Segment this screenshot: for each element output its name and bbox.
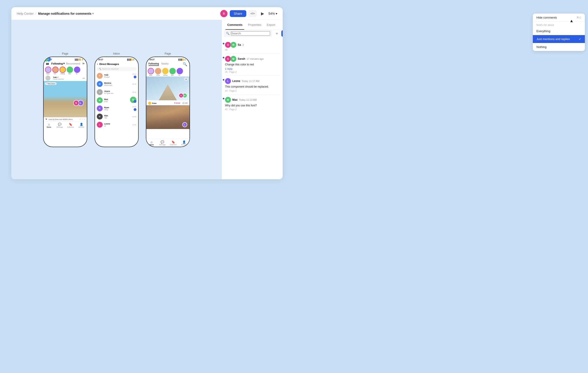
filter-icons: ≡ ⇅	[274, 30, 283, 37]
comment-reply[interactable]: 1 reply	[225, 67, 280, 70]
chevron-down-icon: ▾	[92, 12, 94, 15]
dm-info: Max lmao	[104, 98, 131, 102]
search-icon[interactable]: 🔍	[183, 62, 187, 66]
dm-avatar: H	[97, 114, 103, 120]
nav-collection-3[interactable]: 🔖 Collection	[169, 140, 177, 145]
following-btn[interactable]: Following ▾	[51, 62, 65, 65]
s-avatar: S	[179, 93, 184, 98]
dm-info: Leone ok	[104, 123, 131, 127]
app-window: Help Center / Manage notifications for c…	[11, 7, 283, 179]
message-icon: 💬	[161, 140, 164, 144]
panel-tabs: Comments Properties Export	[222, 20, 283, 30]
dm-info: Ryan Okay.	[104, 106, 131, 111]
dm-item-leone[interactable]: L Leone ok 10:20	[95, 121, 138, 129]
comment-item-max: M Max Today 11:13 AM Why did you use thi…	[222, 95, 283, 113]
nav-account[interactable]: 👤 Account	[77, 123, 85, 128]
nav-account-3[interactable]: 👤 Account	[180, 140, 188, 145]
phone2-label: Inbox	[113, 52, 120, 55]
comment-header: L Leone Today 11:17 AM	[225, 78, 280, 84]
dm-info: Joyce It's quite fun.	[104, 90, 131, 94]
status-bar-3: 19:27 ▐▐▐📶🔋	[146, 57, 189, 61]
comment-text: This component should be replaced.	[225, 85, 280, 89]
back-icon[interactable]: ‹	[97, 63, 98, 66]
share-button[interactable]: Share	[230, 10, 246, 17]
breadcrumb-title[interactable]: Manage notifications for comments ▾	[38, 12, 94, 15]
nav-home[interactable]: ⌂ Home	[45, 123, 53, 128]
zoom-control[interactable]: 54% ▾	[268, 12, 277, 15]
camera-icon: 📷	[46, 62, 49, 65]
phone-2: 19:27 ▐▐▐📶🔋 ‹ Direct Messages 🔍 Search f…	[94, 56, 139, 147]
sm-overlap-avatars: S M	[179, 93, 187, 98]
code-button[interactable]: </>	[249, 10, 257, 17]
header: Help Center / Manage notifications for c…	[11, 7, 283, 20]
comment-avatar-leone: L	[225, 78, 231, 84]
collection-icon: 🔖	[171, 140, 175, 144]
nav-tabs: Following Nearby	[148, 63, 169, 66]
nearby-tab[interactable]: Nearby	[161, 63, 168, 66]
post-image-1: S M •••	[146, 77, 189, 100]
story-item[interactable]: Ryan	[45, 66, 51, 75]
dm-badge: 2	[134, 100, 136, 103]
home-icon: ⌂	[151, 140, 152, 144]
tab-export[interactable]: Export	[265, 20, 277, 30]
comment-header: M Max Today 11:13 AM	[225, 97, 280, 103]
dm-badge: 1	[134, 108, 136, 111]
dm-item-joyce[interactable]: J Joyce It's quite fun. 09:41 M	[95, 88, 138, 96]
dm-item-max[interactable]: M Max lmao 09:43 2	[95, 96, 138, 104]
body: Page 19:27 ▐▐▐ 📶 🔋 📷	[11, 20, 283, 179]
following-tab[interactable]: Following	[148, 63, 159, 66]
dm-item-yuki[interactable]: Y Yuki Really? 09:22 3	[95, 72, 138, 80]
chevron-down-icon: ▾	[276, 12, 277, 15]
story-item[interactable]: Max	[67, 66, 73, 75]
phone-3: 19:27 ▐▐▐📶🔋 Following Nearby 🔍	[146, 56, 190, 147]
nav-message-3[interactable]: 💬 Message	[158, 140, 167, 145]
more-icon[interactable]: •••	[83, 77, 85, 79]
play-button[interactable]: ▶	[259, 10, 266, 17]
comment-dot	[223, 98, 224, 99]
comment-dot	[223, 43, 224, 44]
location-badge: 📍Maro Beach	[45, 82, 57, 85]
dm-item-ryan[interactable]: R Ryan Okay. 09:57 1	[95, 104, 138, 112]
sort-button[interactable]: ⇅	[281, 30, 283, 37]
dm-item-han[interactable]: H Han Yep. 09:58	[95, 112, 138, 121]
tab-properties[interactable]: Properties	[246, 20, 263, 30]
status-icons-2: ▐▐▐📶🔋	[126, 59, 135, 61]
nav-home-3[interactable]: ⌂ Home	[147, 140, 156, 145]
pulin-row: Pulin ❤ 66.8K 💬 256	[146, 101, 189, 105]
search-input[interactable]	[231, 31, 270, 35]
message-icon: 💬	[58, 123, 62, 126]
comment-icon: ○	[84, 118, 85, 120]
dm-search[interactable]: 🔍 Search for keywords	[97, 67, 136, 71]
dm-info: Monica Woohoooo	[104, 82, 131, 86]
filter-button[interactable]: ≡	[274, 30, 280, 37]
pulin-avatar	[148, 102, 151, 105]
recommend-btn[interactable]: Recommend	[66, 62, 80, 65]
search-icon: 🔍	[226, 32, 230, 35]
beach-image: 📍Maro Beach S L	[44, 81, 87, 117]
m-avatar: M	[44, 57, 48, 62]
post-image-2: L	[146, 105, 189, 129]
filter-icon: ≡	[276, 32, 278, 35]
status-icons-3: ▐▐▐📶🔋	[178, 59, 186, 61]
story-item[interactable]: Chl...	[52, 66, 59, 75]
user-avatar: S	[220, 10, 228, 17]
story-item[interactable]: Ya...	[74, 66, 80, 75]
breadcrumb-sep: /	[35, 12, 36, 15]
comments-list: S M Sa 2 #8 S M Sara	[222, 38, 283, 179]
breadcrumb: Help Center / Manage notifications for c…	[17, 12, 220, 15]
heart-icon: ♡	[82, 118, 83, 120]
nav-collection[interactable]: 🔖 Collection	[66, 123, 75, 128]
l-avatar: L	[182, 122, 187, 127]
filter-icon: ⊳	[83, 62, 84, 65]
search-bar: 🔍	[224, 30, 272, 37]
story-item[interactable]: Likfong	[60, 66, 66, 75]
comment-meta: #2 · Page 2	[225, 108, 280, 111]
phone1-nav: 📷 Following ▾ Recommend ⊳	[44, 61, 87, 66]
nav-message[interactable]: 💬 Message	[56, 123, 64, 128]
collection-icon: 🔖	[69, 123, 72, 126]
dm-avatar: M	[97, 97, 103, 103]
comment-text: Change this color to red	[225, 63, 280, 66]
tab-comments[interactable]: Comments	[225, 20, 244, 30]
dm-item-monica[interactable]: M Monica Woohoooo 09:32	[95, 80, 138, 88]
dm-header: ‹ Direct Messages	[95, 61, 138, 67]
